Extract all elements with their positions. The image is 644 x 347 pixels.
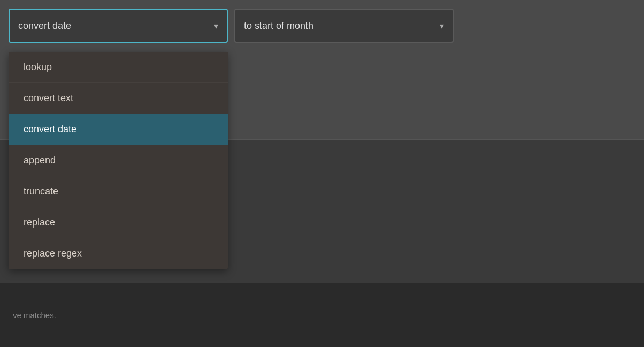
- dropdown-item-truncate[interactable]: truncate: [9, 176, 228, 207]
- chevron-down-icon-2: ▾: [440, 21, 444, 31]
- dropdown-item-append[interactable]: append: [9, 145, 228, 176]
- chevron-down-icon: ▾: [214, 21, 218, 31]
- to-start-of-month-label: to start of month: [244, 20, 313, 32]
- dropdown-menu: lookup convert text convert date append …: [9, 52, 228, 269]
- convert-date-dropdown[interactable]: convert date ▾: [9, 9, 228, 43]
- dropdown-item-convert-date[interactable]: convert date: [9, 114, 228, 145]
- to-start-of-month-dropdown[interactable]: to start of month ▾: [234, 9, 454, 43]
- dropdown-item-convert-text[interactable]: convert text: [9, 83, 228, 114]
- dropdown-item-lookup[interactable]: lookup: [9, 52, 228, 83]
- dropdown-item-replace-regex[interactable]: replace regex: [9, 238, 228, 269]
- convert-date-dropdown-label: convert date: [18, 20, 71, 32]
- no-matches-text: ve matches.: [13, 311, 56, 320]
- top-bar: convert date ▾ to start of month ▾: [0, 0, 644, 43]
- dropdown-item-replace[interactable]: replace: [9, 207, 228, 238]
- bottom-area: ve matches.: [0, 283, 644, 347]
